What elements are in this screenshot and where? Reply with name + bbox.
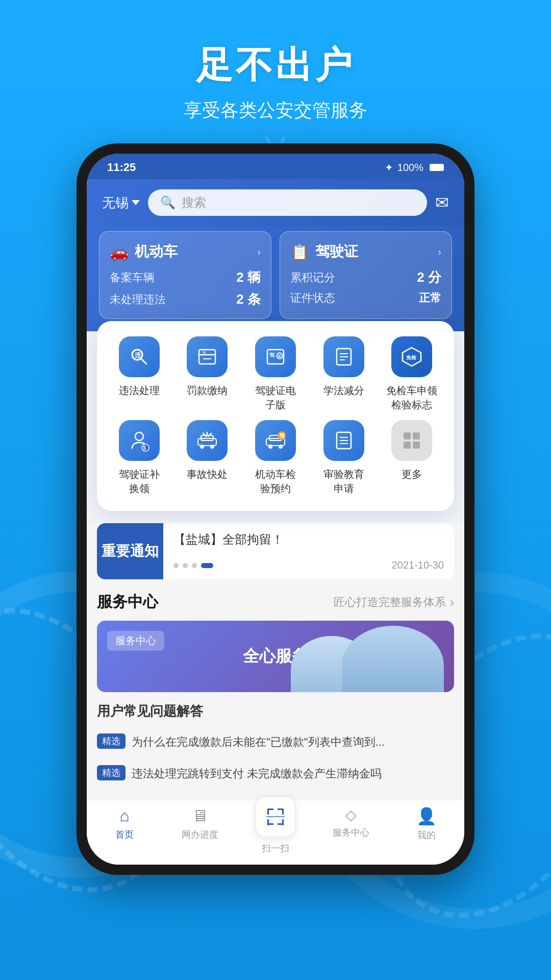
svg-rect-46 xyxy=(267,819,269,825)
card-header-motor: 🚗 机动车 › xyxy=(110,242,261,261)
home-icon: ⌂ xyxy=(119,806,129,825)
service-inspect[interactable]: 预 机动车检验预约 xyxy=(243,420,308,496)
service-center-subtitle-wrap[interactable]: 匠心打造完整服务体系 › xyxy=(334,595,454,610)
fine-icon-wrap: ¥ xyxy=(187,336,228,377)
svg-rect-49 xyxy=(266,816,285,817)
license-title: 驾驶证 xyxy=(315,242,358,261)
cards-row: 🚗 机动车 › 备案车辆 2 辆 未处理违法 2 条 xyxy=(87,226,464,331)
svg-rect-37 xyxy=(404,432,411,439)
registered-value: 2 辆 xyxy=(236,268,261,286)
background-page: ¥ 足不出户 享受各类公安交管服务 11:25 ✦ 100% xyxy=(0,0,551,980)
faq-item-1[interactable]: 精选 为什么在完成缴款后未能在"已缴款"列表中查询到... xyxy=(97,726,454,758)
service-more[interactable]: 更多 xyxy=(380,420,444,496)
motor-arrow-icon: › xyxy=(257,246,261,258)
home-label: 首页 xyxy=(115,828,134,841)
hero-title: 足不出户 xyxy=(184,41,367,90)
bluetooth-icon: ✦ xyxy=(385,161,393,174)
edriver-label: 驾驶证电子版 xyxy=(255,383,296,412)
violation-label: 违法处理 xyxy=(119,383,160,398)
service-audit[interactable]: 审验教育申请 xyxy=(312,420,376,496)
driver-license-card[interactable]: 📋 驾驶证 › 累积记分 2 分 证件状态 正常 xyxy=(280,231,452,319)
dot-1 xyxy=(173,563,179,568)
person-silhouette-1 xyxy=(342,626,444,692)
registered-vehicles-row: 备案车辆 2 辆 xyxy=(110,268,261,286)
exempt-svg-icon: 免检 xyxy=(400,346,423,368)
service-violation[interactable]: 违 违法处理 xyxy=(107,336,171,412)
points-label: 累积记分 xyxy=(290,270,335,285)
svg-point-23 xyxy=(210,445,214,449)
study-icon-wrap xyxy=(323,336,364,377)
notice-content: 【盐城】全部拘留！ 2021-10-30 xyxy=(163,523,454,579)
svg-text:¥: ¥ xyxy=(203,350,206,355)
search-icon: 🔍 xyxy=(160,195,176,210)
violations-value: 2 条 xyxy=(236,290,261,308)
chevron-down-icon xyxy=(132,200,140,205)
license-status-row: 证件状态 正常 xyxy=(290,290,441,306)
services-grid: 违 违法处理 xyxy=(107,336,444,496)
nav-home[interactable]: ⌂ 首页 xyxy=(87,806,162,854)
dot-4-active xyxy=(201,563,213,568)
city-name: 无锡 xyxy=(102,194,129,212)
svg-rect-39 xyxy=(404,442,411,449)
notice-badge: 重要通知 xyxy=(97,523,163,579)
notice-bottom: 2021-10-30 xyxy=(173,559,444,571)
more-icon-wrap xyxy=(391,420,432,461)
violation-icon-wrap: 违 xyxy=(119,336,160,377)
service-study[interactable]: 学法减分 xyxy=(312,336,376,412)
nav-mine[interactable]: 👤 我的 xyxy=(389,806,464,854)
renew-icon-wrap: $ xyxy=(119,420,160,461)
inspect-icon-wrap: 预 xyxy=(255,420,296,461)
registered-label: 备案车辆 xyxy=(110,270,155,285)
progress-label: 网办进度 xyxy=(182,828,218,841)
inspect-svg-icon: 预 xyxy=(264,429,287,452)
svg-rect-48 xyxy=(282,819,284,825)
card-title-license: 📋 驾驶证 xyxy=(290,242,358,261)
svg-point-17 xyxy=(135,432,143,440)
scan-label: 扫一扫 xyxy=(262,842,289,854)
violation-svg-icon: 违 xyxy=(128,346,151,368)
inspect-label: 机动车检验预约 xyxy=(255,467,296,496)
svg-point-29 xyxy=(268,445,272,449)
service-renew[interactable]: $ 驾驶证补换领 xyxy=(107,420,171,496)
scan-icon xyxy=(265,806,286,827)
dot-2 xyxy=(183,563,188,568)
service-center-image[interactable]: 服务中心 全心服务 xyxy=(97,621,454,692)
battery-text: 100% xyxy=(397,162,423,174)
audit-svg-icon xyxy=(333,429,355,452)
service-accident[interactable]: 事故快处 xyxy=(176,420,240,496)
renew-svg-icon: $ xyxy=(128,429,151,452)
progress-icon: 🖥 xyxy=(192,806,208,825)
service-fine[interactable]: ¥ 罚款缴纳 xyxy=(176,336,240,412)
city-selector[interactable]: 无锡 xyxy=(102,194,140,212)
nav-progress[interactable]: 🖥 网办进度 xyxy=(162,806,238,854)
audit-icon-wrap xyxy=(323,420,364,461)
phone-outer: 11:25 ✦ 100% 无锡 🔍 搜索 xyxy=(77,143,474,875)
service-center-icon: ◇ xyxy=(345,806,357,823)
mine-label: 我的 xyxy=(417,829,436,841)
edriver-svg-icon: 驾 e xyxy=(264,346,287,368)
fine-label: 罚款缴纳 xyxy=(187,383,228,398)
mail-icon[interactable]: ✉ xyxy=(435,193,449,212)
scan-button[interactable] xyxy=(255,796,296,837)
faq-badge-2: 精选 xyxy=(97,765,126,780)
notice-banner[interactable]: 重要通知 【盐城】全部拘留！ 2021 xyxy=(97,523,454,579)
violations-label: 未处理违法 xyxy=(110,292,166,307)
svg-point-22 xyxy=(200,445,204,449)
svg-text:违: 违 xyxy=(135,352,141,359)
more-label: 更多 xyxy=(402,467,422,481)
search-bar[interactable]: 🔍 搜索 xyxy=(148,189,427,216)
motor-vehicle-card[interactable]: 🚗 机动车 › 备案车辆 2 辆 未处理违法 2 条 xyxy=(99,231,271,319)
license-status-label: 证件状态 xyxy=(290,290,335,306)
nav-scan[interactable]: 扫一扫 xyxy=(238,806,313,854)
accident-label: 事故快处 xyxy=(187,467,228,481)
service-exempt[interactable]: 免检 免检车申领检验标志 xyxy=(380,336,444,412)
dot-3 xyxy=(192,563,197,568)
nav-service-center[interactable]: ◇ 服务中心 xyxy=(313,806,389,854)
service-edriver[interactable]: 驾 e 驾驶证电子版 xyxy=(243,336,308,412)
faq-item-2[interactable]: 精选 违法处理完跳转到支付 未完成缴款会产生滞纳金吗 xyxy=(97,758,454,790)
svg-rect-42 xyxy=(267,808,269,815)
svg-line-1 xyxy=(141,358,146,364)
study-svg-icon xyxy=(333,346,355,368)
svg-rect-44 xyxy=(282,808,284,815)
service-center-title: 服务中心 xyxy=(97,592,158,612)
